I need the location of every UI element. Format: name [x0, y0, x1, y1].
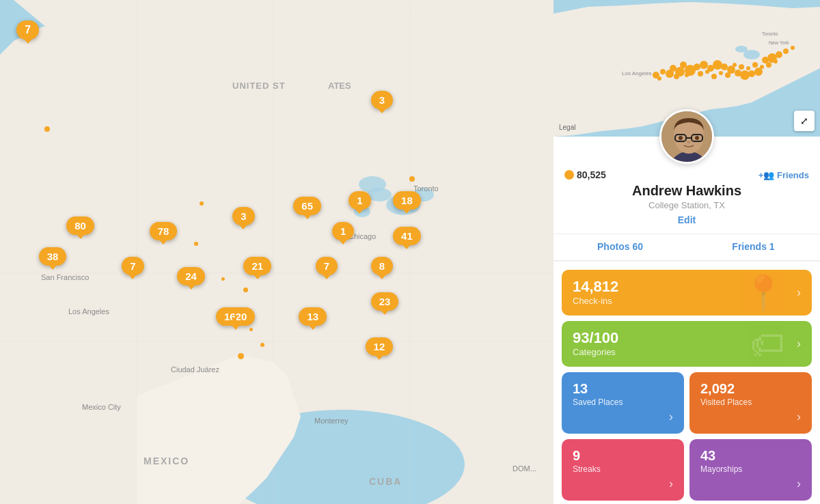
mayorships-number: 43 [700, 449, 801, 462]
visited-places-label: Visited Places [700, 397, 801, 407]
saved-places-card[interactable]: 13 Saved Places › [562, 372, 684, 434]
streaks-mayorships-grid: 9 Streaks › 43 Mayorships › [562, 439, 812, 501]
svg-text:UNITED ST: UNITED ST [232, 81, 286, 91]
map-cluster-c6[interactable]: 7 [122, 257, 144, 275]
saved-places-label: Saved Places [573, 397, 673, 407]
saved-places-number: 13 [573, 382, 673, 395]
map-dot-d8[interactable] [249, 328, 253, 331]
map-cluster-c3[interactable]: 80 [66, 216, 94, 235]
svg-point-39 [694, 64, 700, 70]
svg-text:DOM...: DOM... [512, 464, 536, 473]
svg-point-58 [760, 65, 764, 69]
svg-point-52 [739, 64, 744, 70]
expand-icon: ⤢ [800, 115, 808, 126]
map-cluster-c14[interactable]: 23 [371, 292, 399, 311]
categories-card[interactable]: 93/100 Categories 🏷 › [562, 321, 812, 367]
map-cluster-c5[interactable]: 78 [150, 222, 178, 240]
avatar-wrapper [659, 109, 714, 164]
map-cluster-c12[interactable]: 7 [316, 257, 338, 275]
map-cluster-c4[interactable]: 38 [39, 247, 67, 266]
svg-point-47 [721, 64, 728, 70]
svg-point-65 [791, 46, 795, 50]
map-dot-d3[interactable] [200, 201, 204, 206]
map-dot-d1[interactable] [44, 126, 50, 132]
svg-point-53 [740, 70, 750, 80]
map-cluster-c20[interactable]: 12 [366, 337, 394, 356]
profile-section: 80,525 +👥 Friends Andrew Hawkins College… [554, 137, 820, 234]
map-cluster-c17[interactable]: 41 [393, 227, 421, 245]
legal-link[interactable]: Legal [559, 124, 575, 131]
map-cluster-c18[interactable]: 1620 [216, 307, 255, 326]
map-dot-d5[interactable] [221, 277, 225, 281]
user-name: Andrew Hawkins [564, 183, 809, 199]
streaks-label: Streaks [573, 464, 673, 474]
friends-count: 1 [769, 241, 775, 252]
mayorships-card[interactable]: 43 Mayorships › [689, 439, 812, 501]
edit-button[interactable]: Edit [564, 214, 809, 225]
svg-point-45 [713, 60, 722, 70]
photos-count: 60 [632, 241, 643, 252]
map-cluster-c10[interactable]: 65 [293, 197, 321, 215]
svg-text:Los Angeles: Los Angeles [622, 70, 652, 76]
map-cluster-c7[interactable]: 24 [177, 267, 205, 285]
svg-text:Monterrey: Monterrey [314, 417, 348, 425]
photos-label: Photos [597, 241, 632, 252]
user-location: College Station, TX [564, 200, 809, 210]
map-cluster-c9[interactable]: 21 [243, 257, 271, 275]
visited-places-chevron: › [797, 410, 801, 424]
friends-label: Friends [732, 241, 769, 252]
map-dot-d4[interactable] [194, 242, 198, 246]
svg-text:ATES: ATES [328, 81, 351, 91]
svg-text:Toronto: Toronto [413, 184, 439, 193]
svg-text:MEXICO: MEXICO [144, 456, 189, 466]
categories-chevron: › [797, 337, 801, 351]
visited-places-card[interactable]: 2,092 Visited Places › [689, 372, 812, 434]
svg-point-64 [783, 48, 789, 54]
map-cluster-c19[interactable]: 13 [299, 307, 327, 326]
map-cluster-c13[interactable]: 8 [371, 257, 393, 275]
places-grid: 13 Saved Places › 2,092 Visited Places › [562, 372, 812, 434]
coin-icon [564, 170, 574, 180]
streaks-chevron: › [669, 477, 673, 491]
streaks-card[interactable]: 9 Streaks › [562, 439, 684, 501]
map-dot-d9[interactable] [238, 353, 244, 359]
stats-area: 14,812 Check-ins 📍 › 93/100 Categories 🏷… [554, 262, 820, 504]
svg-point-62 [774, 59, 778, 64]
svg-text:Mexico City: Mexico City [82, 403, 121, 411]
tab-photos[interactable]: Photos 60 [554, 234, 687, 260]
svg-text:San Francisco: San Francisco [41, 273, 89, 281]
svg-point-41 [700, 61, 708, 69]
svg-text:New York: New York [769, 40, 789, 45]
visited-places-number: 2,092 [700, 382, 801, 395]
svg-text:Toronto: Toronto [762, 31, 778, 36]
map-cluster-c11[interactable]: 1 [332, 222, 354, 240]
svg-point-50 [733, 63, 737, 67]
profile-tabs: Photos 60 Friends 1 [554, 234, 820, 262]
avatar [659, 109, 714, 164]
map-cluster-c8[interactable]: 3 [232, 207, 254, 225]
svg-point-28 [735, 46, 748, 53]
map-dot-d10[interactable] [260, 343, 264, 347]
map-cluster-c15[interactable]: 1 [348, 191, 370, 210]
svg-point-35 [675, 67, 685, 76]
categories-bg-icon: 🏷 [750, 324, 784, 364]
categories-number: 93/100 [573, 331, 618, 346]
map-cluster-c16[interactable]: 18 [393, 191, 421, 210]
tab-friends[interactable]: Friends 1 [687, 234, 820, 260]
svg-point-31 [657, 76, 661, 81]
checkins-label: Check-ins [573, 296, 618, 306]
svg-point-44 [711, 74, 717, 79]
svg-point-54 [746, 66, 750, 70]
checkins-card[interactable]: 14,812 Check-ins 📍 › [562, 270, 812, 316]
map-cluster-c1[interactable]: 7 [16, 20, 39, 40]
svg-point-63 [776, 51, 782, 58]
svg-text:Ciudad Juárez: Ciudad Juárez [171, 365, 219, 374]
add-friends-button[interactable]: +👥 Friends [758, 170, 809, 180]
checkins-bg-icon: 📍 [742, 273, 784, 313]
map-cluster-c2[interactable]: 3 [371, 91, 393, 109]
map-area[interactable]: San Francisco Los Angeles Ciudad Juárez … [0, 0, 554, 504]
svg-point-56 [752, 62, 758, 68]
expand-map-button[interactable]: ⤢ [794, 111, 815, 131]
categories-label: Categories [573, 347, 618, 357]
saved-places-chevron: › [669, 410, 673, 424]
